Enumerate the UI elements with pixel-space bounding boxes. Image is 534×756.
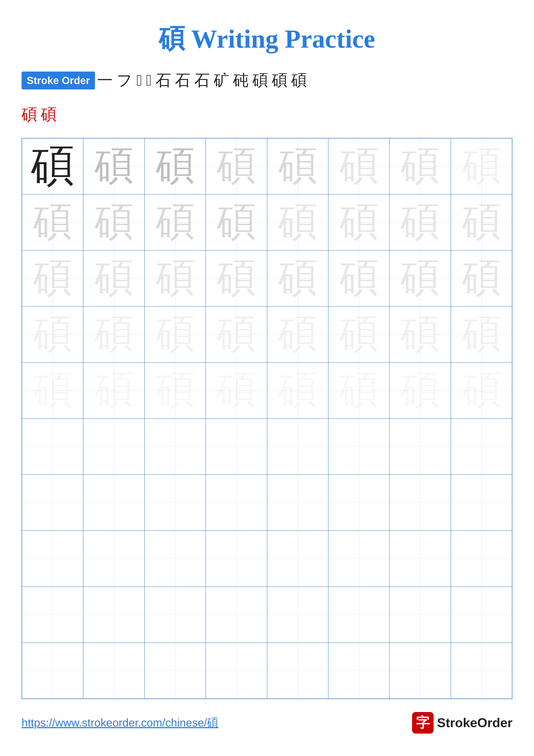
grid-cell-r4c8[interactable]: 碩 [451,307,512,363]
grid-cell-r2c3[interactable]: 碩 [144,194,206,251]
grid-cell-r1c7[interactable]: 碩 [390,138,451,194]
practice-char-fade: 碩 [156,259,194,298]
grid-cell-r9c8[interactable] [451,587,512,643]
grid-cell-r2c2[interactable]: 碩 [83,194,144,251]
grid-cell-r2c4[interactable]: 碩 [206,194,267,251]
grid-cell-r8c3[interactable] [144,530,206,587]
grid-cell-r8c2[interactable] [83,530,144,587]
grid-cell-r3c7[interactable]: 碩 [390,251,451,307]
grid-cell-r7c4[interactable] [206,474,267,530]
grid-cell-r10c4[interactable] [206,643,267,699]
practice-char-fade: 碩 [33,315,72,354]
grid-cell-r4c6[interactable]: 碩 [328,307,390,363]
grid-cell-r9c4[interactable] [206,587,267,643]
grid-cell-r2c8[interactable]: 碩 [451,194,512,251]
strokeorder-logo-icon: 字 [412,712,434,734]
grid-cell-r5c2[interactable]: 碩 [83,363,144,418]
footer-logo: 字 StrokeOrder [412,712,513,734]
grid-cell-r6c4[interactable] [206,418,267,474]
grid-cell-r8c4[interactable] [206,530,267,587]
grid-cell-r1c2[interactable]: 碩 [83,138,144,194]
grid-cell-r6c2[interactable] [83,418,144,474]
grid-cell-r7c8[interactable] [451,474,512,530]
title-section: 碩 Writing Practice [21,21,513,57]
grid-cell-r7c5[interactable] [267,474,328,530]
practice-char-fade: 碩 [401,315,440,354]
grid-cell-r2c1[interactable]: 碩 [22,194,83,251]
grid-cell-r3c8[interactable]: 碩 [451,251,512,307]
grid-cell-r1c1[interactable]: 碩 [22,138,83,194]
grid-cell-r2c7[interactable]: 碩 [390,194,451,251]
grid-cell-r1c5[interactable]: 碩 [267,138,328,194]
grid-cell-r6c8[interactable] [451,418,512,474]
practice-char-fade: 碩 [340,259,378,298]
grid-cell-r8c1[interactable] [22,530,83,587]
grid-cell-r2c6[interactable]: 碩 [328,194,390,251]
grid-cell-r4c1[interactable]: 碩 [22,307,83,363]
stroke-8: 矿 [214,69,229,92]
grid-cell-r10c2[interactable] [83,643,144,699]
grid-cell-r2c5[interactable]: 碩 [267,194,328,251]
grid-cell-r3c5[interactable]: 碩 [267,251,328,307]
grid-cell-r3c6[interactable]: 碩 [328,251,390,307]
stroke-row2-1: 碩 [21,104,37,125]
grid-cell-r10c6[interactable] [328,643,390,699]
practice-char-fade: 碩 [340,147,378,186]
grid-cell-r7c2[interactable] [83,474,144,530]
stroke-2: フ [116,69,133,92]
grid-cell-r6c6[interactable] [328,418,390,474]
practice-char-fade: 碩 [156,203,194,242]
grid-cell-r9c1[interactable] [22,587,83,643]
grid-cell-r10c5[interactable] [267,643,328,699]
stroke-order-badge: Stroke Order [21,71,95,90]
stroke-4: 𠃊 [146,69,152,92]
grid-cell-r3c4[interactable]: 碩 [206,251,267,307]
grid-cell-r9c3[interactable] [144,587,206,643]
grid-cell-r7c1[interactable] [22,474,83,530]
grid-cell-r3c3[interactable]: 碩 [144,251,206,307]
practice-char-fade: 碩 [217,371,256,410]
grid-cell-r7c7[interactable] [390,474,451,530]
practice-char-fade: 碩 [94,259,133,298]
grid-cell-r10c1[interactable] [22,643,83,699]
grid-cell-r5c5[interactable]: 碩 [267,363,328,418]
grid-cell-r4c4[interactable]: 碩 [206,307,267,363]
practice-char-fade: 碩 [33,259,72,298]
grid-cell-r8c7[interactable] [390,530,451,587]
stroke-6: 石 [175,69,191,92]
grid-cell-r4c5[interactable]: 碩 [267,307,328,363]
grid-cell-r5c7[interactable]: 碩 [390,363,451,418]
grid-cell-r9c5[interactable] [267,587,328,643]
grid-cell-r5c3[interactable]: 碩 [144,363,206,418]
grid-cell-r9c6[interactable] [328,587,390,643]
grid-cell-r8c8[interactable] [451,530,512,587]
grid-cell-r5c6[interactable]: 碩 [328,363,390,418]
grid-cell-r1c8[interactable]: 碩 [451,138,512,194]
grid-cell-r8c5[interactable] [267,530,328,587]
grid-cell-r8c6[interactable] [328,530,390,587]
grid-cell-r9c7[interactable] [390,587,451,643]
grid-cell-r6c1[interactable] [22,418,83,474]
footer-url[interactable]: https://www.strokeorder.com/chinese/碩 [21,715,218,730]
grid-cell-r6c5[interactable] [267,418,328,474]
grid-cell-r6c7[interactable] [390,418,451,474]
grid-cell-r5c8[interactable]: 碩 [451,363,512,418]
grid-cell-r7c6[interactable] [328,474,390,530]
grid-cell-r10c8[interactable] [451,643,512,699]
grid-cell-r3c1[interactable]: 碩 [22,251,83,307]
grid-cell-r4c2[interactable]: 碩 [83,307,144,363]
grid-cell-r9c2[interactable] [83,587,144,643]
grid-cell-r4c3[interactable]: 碩 [144,307,206,363]
grid-cell-r7c3[interactable] [144,474,206,530]
grid-cell-r5c1[interactable]: 碩 [22,363,83,418]
grid-cell-r1c3[interactable]: 碩 [144,138,206,194]
grid-cell-r4c7[interactable]: 碩 [390,307,451,363]
grid-cell-r6c3[interactable] [144,418,206,474]
grid-cell-r1c6[interactable]: 碩 [328,138,390,194]
grid-cell-r1c4[interactable]: 碩 [206,138,267,194]
practice-char-fade: 碩 [401,147,440,186]
grid-cell-r10c3[interactable] [144,643,206,699]
grid-cell-r3c2[interactable]: 碩 [83,251,144,307]
grid-cell-r5c4[interactable]: 碩 [206,363,267,418]
grid-cell-r10c7[interactable] [390,643,451,699]
